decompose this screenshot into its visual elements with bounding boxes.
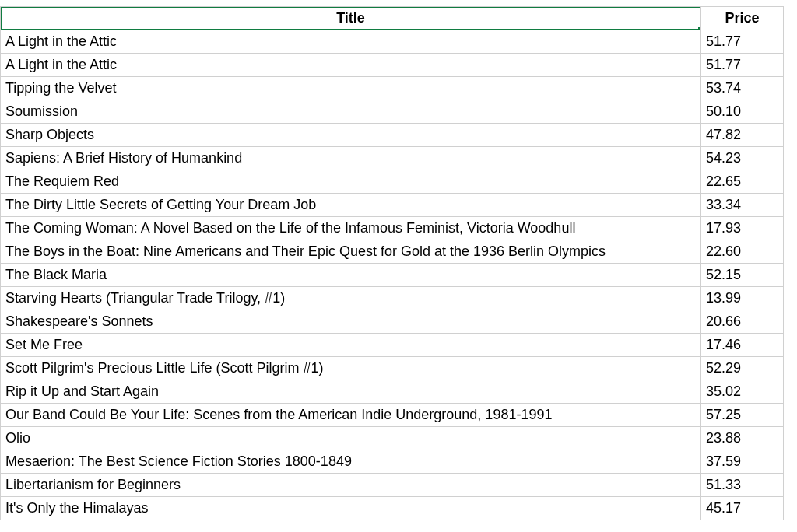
price-cell[interactable]: 54.23 (701, 147, 784, 170)
price-cell[interactable]: 20.66 (701, 310, 784, 334)
table-row: Sapiens: A Brief History of Humankind54.… (1, 147, 784, 170)
table-row: Scott Pilgrim's Precious Little Life (Sc… (1, 357, 784, 380)
table-row: Olio23.88 (1, 427, 784, 450)
title-cell[interactable]: Sapiens: A Brief History of Humankind (1, 147, 701, 170)
title-cell[interactable]: Sharp Objects (1, 124, 701, 147)
title-cell[interactable]: Olio (1, 427, 701, 450)
title-cell[interactable]: The Coming Woman: A Novel Based on the L… (1, 217, 701, 240)
title-cell[interactable]: Set Me Free (1, 334, 701, 357)
table-row: Our Band Could Be Your Life: Scenes from… (1, 404, 784, 427)
table-body: A Light in the Attic51.77A Light in the … (1, 30, 784, 520)
table-row: A Light in the Attic51.77 (1, 54, 784, 77)
price-cell[interactable]: 51.77 (701, 30, 784, 54)
table-row: Tipping the Velvet53.74 (1, 77, 784, 100)
price-cell[interactable]: 17.93 (701, 217, 784, 240)
price-cell[interactable]: 22.65 (701, 170, 784, 194)
price-cell[interactable]: 33.34 (701, 194, 784, 217)
title-cell[interactable]: The Boys in the Boat: Nine Americans and… (1, 240, 701, 264)
table-row: The Boys in the Boat: Nine Americans and… (1, 240, 784, 264)
price-cell[interactable]: 50.10 (701, 100, 784, 124)
price-cell[interactable]: 23.88 (701, 427, 784, 450)
title-cell[interactable]: Rip it Up and Start Again (1, 380, 701, 404)
table-row: The Black Maria52.15 (1, 264, 784, 287)
table-row: Soumission50.10 (1, 100, 784, 124)
price-cell[interactable]: 51.33 (701, 474, 784, 497)
price-cell[interactable]: 35.02 (701, 380, 784, 404)
price-cell[interactable]: 47.82 (701, 124, 784, 147)
header-row: Title Price (1, 7, 784, 30)
table-row: Libertarianism for Beginners51.33 (1, 474, 784, 497)
header-price-cell[interactable]: Price (701, 7, 784, 30)
table-row: Rip it Up and Start Again35.02 (1, 380, 784, 404)
table-row: The Coming Woman: A Novel Based on the L… (1, 217, 784, 240)
table-row: The Requiem Red22.65 (1, 170, 784, 194)
price-cell[interactable]: 45.17 (701, 497, 784, 520)
title-cell[interactable]: The Black Maria (1, 264, 701, 287)
price-cell[interactable]: 17.46 (701, 334, 784, 357)
title-cell[interactable]: Our Band Could Be Your Life: Scenes from… (1, 404, 701, 427)
table-row: Shakespeare's Sonnets20.66 (1, 310, 784, 334)
table-row: Sharp Objects47.82 (1, 124, 784, 147)
table-row: Starving Hearts (Triangular Trade Trilog… (1, 287, 784, 310)
price-cell[interactable]: 37.59 (701, 450, 784, 474)
price-cell[interactable]: 57.25 (701, 404, 784, 427)
table-row: The Dirty Little Secrets of Getting Your… (1, 194, 784, 217)
title-cell[interactable]: Tipping the Velvet (1, 77, 701, 100)
table-row: It's Only the Himalayas45.17 (1, 497, 784, 520)
price-cell[interactable]: 52.29 (701, 357, 784, 380)
price-cell[interactable]: 53.74 (701, 77, 784, 100)
header-title-cell[interactable]: Title (1, 7, 701, 30)
title-cell[interactable]: Starving Hearts (Triangular Trade Trilog… (1, 287, 701, 310)
title-cell[interactable]: Libertarianism for Beginners (1, 474, 701, 497)
price-cell[interactable]: 51.77 (701, 54, 784, 77)
title-cell[interactable]: Shakespeare's Sonnets (1, 310, 701, 334)
title-cell[interactable]: It's Only the Himalayas (1, 497, 701, 520)
price-cell[interactable]: 52.15 (701, 264, 784, 287)
title-cell[interactable]: The Dirty Little Secrets of Getting Your… (1, 194, 701, 217)
table-row: Set Me Free17.46 (1, 334, 784, 357)
title-cell[interactable]: Scott Pilgrim's Precious Little Life (Sc… (1, 357, 701, 380)
data-table: Title Price A Light in the Attic51.77A L… (0, 6, 784, 520)
spreadsheet-view[interactable]: Title Price A Light in the Attic51.77A L… (0, 0, 797, 532)
title-cell[interactable]: A Light in the Attic (1, 30, 701, 54)
title-cell[interactable]: The Requiem Red (1, 170, 701, 194)
price-cell[interactable]: 22.60 (701, 240, 784, 264)
title-cell[interactable]: Soumission (1, 100, 701, 124)
title-cell[interactable]: Mesaerion: The Best Science Fiction Stor… (1, 450, 701, 474)
price-cell[interactable]: 13.99 (701, 287, 784, 310)
table-row: Mesaerion: The Best Science Fiction Stor… (1, 450, 784, 474)
table-row: A Light in the Attic51.77 (1, 30, 784, 54)
title-cell[interactable]: A Light in the Attic (1, 54, 701, 77)
